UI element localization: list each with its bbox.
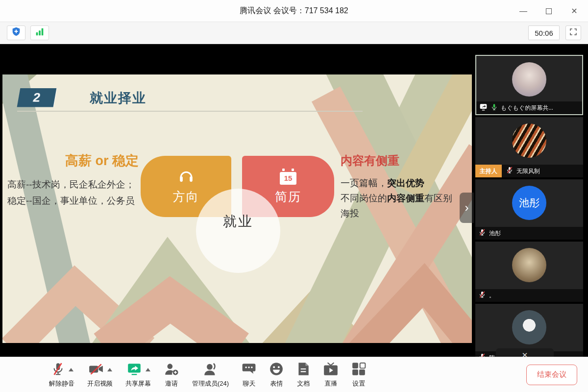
docs-button[interactable]: 文档: [296, 362, 310, 388]
security-shield-button[interactable]: [7, 25, 25, 40]
tv-play-icon: [323, 362, 339, 378]
presentation-slide: 2 就业择业 高薪 or 稳定 高薪--技术岗，民企私企外企； 稳定--国企，事…: [2, 74, 472, 343]
close-button[interactable]: ✕: [567, 4, 581, 18]
settings-grid-icon: [351, 362, 366, 378]
right-line-3: 海投: [341, 206, 463, 221]
participant-name: 无限风制: [516, 167, 540, 175]
meeting-toolbar: 解除静音 开启视频 共享屏幕 邀请: [0, 357, 588, 392]
center-label: 就业: [196, 212, 280, 231]
headphones-icon: [177, 168, 195, 185]
smiley-icon: [269, 362, 284, 378]
document-icon: [296, 362, 310, 378]
right-line-2: 不同岗位的内容侧重有区别: [341, 191, 463, 206]
maximize-button[interactable]: [542, 4, 556, 18]
shield-icon: [11, 26, 22, 39]
maximize-icon: [546, 8, 552, 14]
end-meeting-button[interactable]: 结束会议: [526, 365, 577, 385]
participant-name: 。: [489, 292, 495, 300]
meeting-main-area: 2 就业择业 高薪 or 稳定 高薪--技术岗，民企私企外企； 稳定--国企，事…: [0, 44, 588, 357]
calendar-icon: 15: [280, 169, 296, 185]
avatar: [512, 62, 546, 97]
participant-tile[interactable]: もぐもぐ的屏幕共...: [475, 55, 583, 115]
left-heading: 高薪 or 稳定: [7, 152, 139, 170]
signal-bars-icon: [34, 26, 45, 39]
avatar: [512, 123, 546, 158]
mic-muted-icon: [506, 166, 514, 176]
participants-panel: もぐもぐ的屏幕共... 主持人 无限风制 池彤 池彤: [474, 44, 588, 357]
screen-share-icon: [479, 103, 488, 113]
participant-namebar: 。: [475, 289, 583, 302]
center-circle: [196, 189, 280, 273]
participant-namebar: 池彤: [475, 227, 583, 240]
left-line-1: 高薪--技术岗，民企私企外企；: [7, 176, 139, 193]
participant-name: もぐもぐ的屏幕共...: [501, 104, 553, 112]
minimize-button[interactable]: —: [516, 4, 530, 18]
participant-namebar: 主持人 无限风制: [475, 165, 583, 177]
mic-on-icon: [490, 103, 498, 113]
slide-section-number: 2: [17, 88, 57, 107]
right-heading: 内容有侧重: [341, 153, 463, 169]
chevron-right-icon: ›: [465, 201, 469, 215]
window-controls: — ✕: [516, 0, 581, 22]
mic-muted-icon: [478, 291, 486, 300]
participant-tile[interactable]: 主持人 无限风制: [475, 117, 583, 177]
avatar-initials: 池彤: [519, 196, 539, 210]
manage-members-button[interactable]: 管理成员(24): [192, 362, 229, 388]
right-line-1: 一页篇幅，突出优势: [341, 175, 463, 191]
next-panel-button[interactable]: ›: [460, 193, 474, 223]
meeting-timer: 50:06: [528, 25, 560, 40]
start-video-button[interactable]: 开启视频: [87, 362, 113, 388]
window-title: 腾讯会议 会议号：717 534 182: [240, 6, 348, 16]
camera-muted-icon: [88, 362, 104, 378]
fullscreen-button[interactable]: [565, 25, 581, 40]
status-bar: 50:06: [0, 22, 588, 44]
fullscreen-icon: [569, 27, 578, 38]
slide-left-text: 高薪 or 稳定 高薪--技术岗，民企私企外企； 稳定--国企，事业单位，公务员: [7, 152, 139, 209]
slide-title-underline: [17, 111, 363, 112]
close-icon: ✕: [522, 351, 528, 357]
avatar: [512, 310, 546, 344]
calendar-day-number: 15: [280, 172, 296, 185]
participant-tile[interactable]: 。: [475, 242, 583, 302]
invite-button[interactable]: 邀请: [164, 362, 179, 388]
live-stream-button[interactable]: 直播: [323, 362, 339, 388]
avatar: 池彤: [512, 186, 546, 220]
participant-tile[interactable]: 池彤 池彤: [475, 179, 583, 240]
slide-section-title: 就业择业: [90, 89, 147, 107]
shared-screen-stage: 2 就业择业 高薪 or 稳定 高薪--技术岗，民企私企外企； 稳定--国企，事…: [0, 44, 474, 357]
slide-right-text: 内容有侧重 一页篇幅，突出优势 不同岗位的内容侧重有区别 海投: [341, 153, 463, 221]
share-screen-button[interactable]: 共享屏幕: [125, 362, 151, 388]
members-icon: [203, 362, 219, 378]
participant-namebar: もぐもぐ的屏幕共...: [476, 101, 582, 114]
unmute-button[interactable]: 解除静音: [49, 362, 74, 388]
avatar: [512, 248, 546, 282]
mic-muted-icon: [50, 362, 65, 378]
window-titlebar: 腾讯会议 会议号：717 534 182 — ✕: [0, 0, 588, 22]
mic-muted-icon: [478, 228, 486, 238]
share-screen-icon: [126, 362, 142, 378]
participant-name: 池彤: [489, 229, 501, 238]
mic-muted-icon: [478, 353, 486, 357]
settings-button[interactable]: 设置: [351, 362, 366, 388]
card-resume-label: 简历: [275, 189, 301, 205]
left-line-2: 稳定--国企，事业单位，公务员: [7, 193, 139, 209]
network-signal-button[interactable]: [30, 25, 49, 40]
participant-tile[interactable]: 陈昱行 ✕: [475, 304, 583, 357]
chat-button[interactable]: 聊天: [242, 362, 256, 388]
video-strip-collapse-button[interactable]: ✕: [496, 348, 554, 357]
host-badge: 主持人: [475, 165, 502, 177]
invite-person-icon: [164, 362, 179, 378]
card-direction-label: 方向: [173, 189, 199, 205]
emoji-button[interactable]: 表情: [269, 362, 284, 388]
share-options-caret[interactable]: [146, 368, 150, 371]
audio-options-caret[interactable]: [69, 368, 74, 371]
video-options-caret[interactable]: [107, 368, 112, 371]
chat-bubble-icon: [242, 362, 256, 378]
